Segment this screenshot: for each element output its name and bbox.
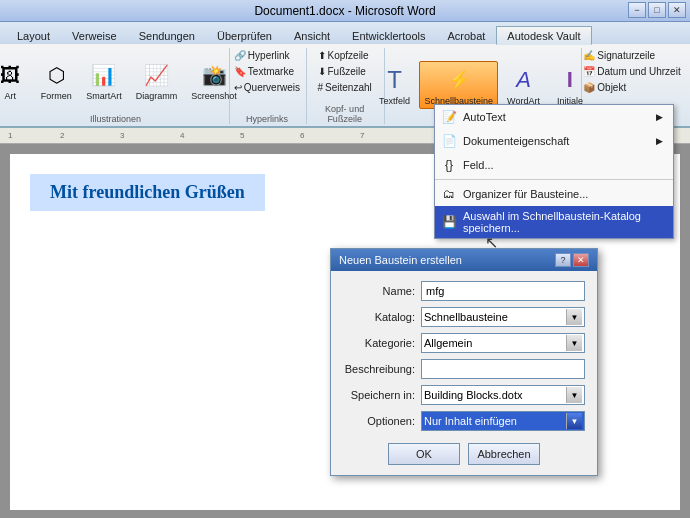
- ruler-5: 5: [240, 131, 244, 140]
- optionen-arrow[interactable]: ▼: [566, 413, 582, 429]
- autotext-label: AutoText: [463, 111, 506, 123]
- field-row-katalog: Katalog: Schnellbausteine ▼: [343, 307, 585, 327]
- dokumenteigenschaft-arrow: ▶: [656, 136, 663, 146]
- ribbon-btn-datum[interactable]: 📅 Datum und Uhrzeit: [579, 64, 684, 79]
- field-row-optionen: Optionen: Nur Inhalt einfügen ▼: [343, 411, 585, 431]
- illustrationen-group-label: Illustrationen: [90, 112, 141, 124]
- menu-item-autotext[interactable]: 📝 AutoText ▶: [435, 105, 673, 129]
- art-label: Art: [4, 91, 16, 101]
- ribbon-btn-formen[interactable]: ⬡ Formen: [35, 56, 77, 104]
- ok-button[interactable]: OK: [388, 443, 460, 465]
- ribbon-btn-hyperlink[interactable]: 🔗 Hyperlink: [230, 48, 304, 63]
- diagramm-icon: 📈: [140, 59, 172, 91]
- textmarke-label: Textmarke: [248, 66, 294, 77]
- ribbon-btn-kopfzeile[interactable]: ⬆ Kopfzeile: [314, 48, 376, 63]
- ribbon-group-illustrationen: 🖼 Art ⬡ Formen 📊 SmartArt 📈 Diagramm 📸: [6, 48, 230, 124]
- window-controls: − □ ✕: [628, 2, 686, 18]
- fusszeile-icon: ⬇: [318, 66, 326, 77]
- dialog-body: Name: Katalog: Schnellbausteine ▼ Katego…: [331, 271, 597, 475]
- auswahl-label: Auswahl im Schnellbaustein-Katalog speic…: [463, 210, 663, 234]
- screenshot-icon: 📸: [198, 59, 230, 91]
- ribbon-btn-schnellbausteine[interactable]: ⚡ Schnell­bausteine: [419, 61, 498, 109]
- kategorie-label: Kategorie:: [343, 337, 415, 349]
- title-bar: Document1.docx - Microsoft Word − □ ✕: [0, 0, 690, 22]
- tab-verweise[interactable]: Verweise: [61, 26, 128, 44]
- ribbon-btn-smartart[interactable]: 📊 SmartArt: [81, 56, 127, 104]
- ruler-7: 7: [360, 131, 364, 140]
- tab-ansicht[interactable]: Ansicht: [283, 26, 341, 44]
- formen-label: Formen: [41, 91, 72, 101]
- maximize-button[interactable]: □: [648, 2, 666, 18]
- name-label: Name:: [343, 285, 415, 297]
- hyperlink-icon: 🔗: [234, 50, 246, 61]
- objekt-icon: 📦: [583, 82, 595, 93]
- textmarke-icon: 🔖: [234, 66, 246, 77]
- ribbon-btn-textfeld[interactable]: T Textfeld: [373, 61, 415, 109]
- menu-item-organizer[interactable]: 🗂 Organizer für Bausteine...: [435, 182, 673, 206]
- formen-icon: ⬡: [40, 59, 72, 91]
- tab-acrobat[interactable]: Acrobat: [436, 26, 496, 44]
- ribbon-btn-fusszeile[interactable]: ⬇ Fußzeile: [314, 64, 376, 79]
- ribbon-col-hyperlinks: 🔗 Hyperlink 🔖 Textmarke ↩ Querverweis: [230, 48, 304, 95]
- speichern-select[interactable]: Building Blocks.dotx ▼: [421, 385, 585, 405]
- ruler-6: 6: [300, 131, 304, 140]
- tab-uberprüfen[interactable]: Überprüfen: [206, 26, 283, 44]
- signaturzeile-label: Signaturzeile: [597, 50, 655, 61]
- katalog-select[interactable]: Schnellbausteine ▼: [421, 307, 585, 327]
- tab-layout[interactable]: Layout: [6, 26, 61, 44]
- querverweis-icon: ↩: [234, 82, 242, 93]
- optionen-select[interactable]: Nur Inhalt einfügen ▼: [421, 411, 585, 431]
- feld-label: Feld...: [463, 159, 494, 171]
- cancel-button[interactable]: Abbrechen: [468, 443, 540, 465]
- beschreibung-label: Beschreibung:: [343, 363, 415, 375]
- name-input[interactable]: [421, 281, 585, 301]
- ribbon-btn-objekt[interactable]: 📦 Objekt: [579, 80, 684, 95]
- dokumenteigenschaft-icon: 📄: [441, 133, 457, 149]
- minimize-button[interactable]: −: [628, 2, 646, 18]
- dialog-buttons: OK Abbrechen: [343, 443, 585, 465]
- dialog-help-button[interactable]: ?: [555, 253, 571, 267]
- smartart-label: SmartArt: [86, 91, 122, 101]
- seitenzahl-label: Seitenzahl: [325, 82, 372, 93]
- menu-separator: [435, 179, 673, 180]
- tab-sendungen[interactable]: Sendungen: [128, 26, 206, 44]
- dialog-title: Neuen Baustein erstellen ? ✕: [331, 249, 597, 271]
- ribbon-btn-querverweis[interactable]: ↩ Querverweis: [230, 80, 304, 95]
- close-button[interactable]: ✕: [668, 2, 686, 18]
- ribbon-btn-diagramm[interactable]: 📈 Diagramm: [131, 56, 183, 104]
- field-row-speichern: Speichern in: Building Blocks.dotx ▼: [343, 385, 585, 405]
- kategorie-arrow[interactable]: ▼: [566, 335, 582, 351]
- katalog-label: Katalog:: [343, 311, 415, 323]
- organizer-label: Organizer für Bausteine...: [463, 188, 588, 200]
- kategorie-select[interactable]: Allgemein ▼: [421, 333, 585, 353]
- beschreibung-input[interactable]: [421, 359, 585, 379]
- ribbon-btn-wordart[interactable]: A WordArt: [502, 61, 545, 109]
- field-row-name: Name:: [343, 281, 585, 301]
- dokumenteigenschaft-label: Dokumenteigenschaft: [463, 135, 569, 147]
- tab-autodesk-vault[interactable]: Autodesk Vault: [496, 26, 591, 45]
- ribbon-btn-seitenzahl[interactable]: # Seitenzahl: [314, 80, 376, 95]
- ribbon-btn-signaturzeile[interactable]: ✍ Signaturzeile: [579, 48, 684, 63]
- querverweis-label: Querverweis: [244, 82, 300, 93]
- menu-item-dokumenteigenschaft[interactable]: 📄 Dokumenteigenschaft ▶: [435, 129, 673, 153]
- diagramm-label: Diagramm: [136, 91, 178, 101]
- dropdown-menu: 📝 AutoText ▶ 📄 Dokumenteigenschaft ▶ {} …: [434, 104, 674, 239]
- document-text: Mit freundlichen Grüßen: [30, 174, 265, 211]
- organizer-icon: 🗂: [441, 186, 457, 202]
- kopfzeile-label: Kopfzeile: [328, 50, 369, 61]
- ribbon-btn-art[interactable]: 🖼 Art: [0, 56, 31, 104]
- dialog-close-button[interactable]: ✕: [573, 253, 589, 267]
- kopffusszeile-group-label: Kopf- und Fußzeile: [313, 102, 377, 124]
- menu-item-feld[interactable]: {} Feld...: [435, 153, 673, 177]
- speichern-arrow[interactable]: ▼: [566, 387, 582, 403]
- menu-item-auswahl[interactable]: 💾 Auswahl im Schnellbaustein-Katalog spe…: [435, 206, 673, 238]
- ribbon-btn-textmarke[interactable]: 🔖 Textmarke: [230, 64, 304, 79]
- ruler-2: 2: [60, 131, 64, 140]
- tab-entwicklertools[interactable]: Entwicklertools: [341, 26, 436, 44]
- katalog-arrow[interactable]: ▼: [566, 309, 582, 325]
- ribbon-tabs: Layout Verweise Sendungen Überprüfen Ans…: [0, 22, 690, 44]
- datum-icon: 📅: [583, 66, 595, 77]
- objekt-label: Objekt: [597, 82, 626, 93]
- optionen-value: Nur Inhalt einfügen: [424, 415, 517, 427]
- ruler-4: 4: [180, 131, 184, 140]
